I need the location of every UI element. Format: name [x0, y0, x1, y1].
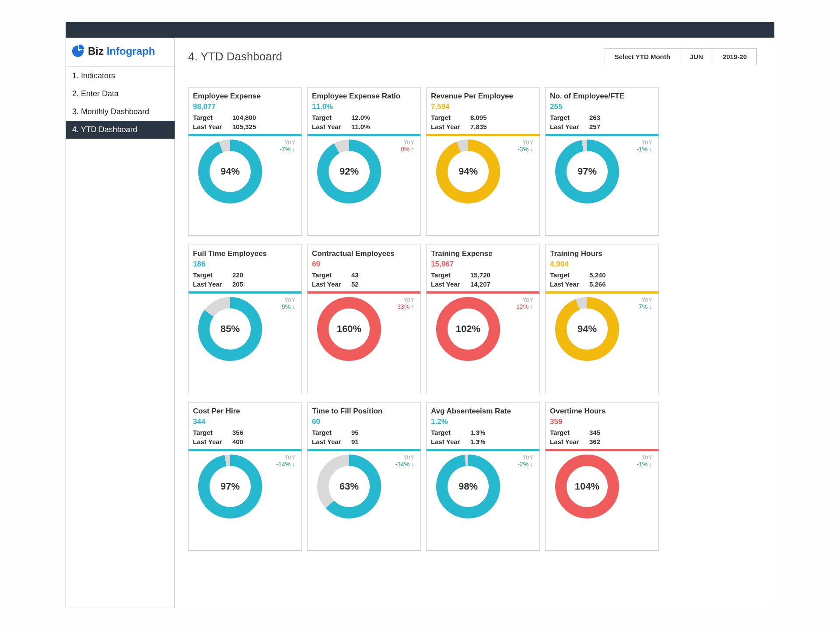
logo-text-biz: Biz — [88, 45, 107, 57]
yoy-box: YoY 33% ↑ — [397, 296, 414, 310]
donut-percent: 94% — [435, 139, 501, 204]
donut-percent: 97% — [554, 139, 620, 204]
kpi-value: 15,967 — [431, 260, 535, 269]
kpi-lastyear-row: Last Year 5,266 — [550, 280, 654, 288]
donut-wrap: 102% YoY 12% ↑ — [431, 296, 535, 362]
target-label: Target — [193, 429, 232, 436]
sidebar-item-0[interactable]: 1. Indicators — [66, 67, 175, 85]
lastyear-value: 257 — [589, 123, 600, 130]
kpi-title: Cost Per Hire — [193, 407, 297, 416]
donut-wrap: 94% YoY -7% ↓ — [550, 296, 654, 362]
kpi-title: Overtime Hours — [550, 407, 654, 416]
kpi-title: Employee Expense — [193, 92, 297, 101]
kpi-title: Contractual Employees — [312, 249, 416, 258]
lastyear-label: Last Year — [193, 280, 232, 288]
sidebar-item-3[interactable]: 4. YTD Dashboard — [66, 121, 175, 139]
lastyear-label: Last Year — [431, 123, 470, 130]
accent-bar — [189, 449, 301, 451]
yoy-box: YoY 12% ↑ — [516, 296, 533, 310]
yoy-label: YoY — [637, 139, 652, 146]
logo: Biz Infograph — [66, 38, 175, 67]
kpi-card: Training Expense 15,967 Target 15,720 La… — [426, 245, 540, 393]
lastyear-label: Last Year — [550, 280, 589, 288]
lastyear-value: 105,325 — [232, 123, 256, 130]
sidebar-item-2[interactable]: 3. Monthly Dashboard — [66, 103, 175, 121]
kpi-target-row: Target 95 — [312, 429, 416, 436]
kpi-card: Overtime Hours 359 Target 345 Last Year … — [545, 402, 659, 551]
kpi-target-row: Target 263 — [550, 114, 654, 121]
kpi-value: 255 — [550, 102, 654, 111]
kpi-target-row: Target 5,240 — [550, 271, 654, 279]
kpi-card: No. of Employee/FTE 255 Target 263 Last … — [545, 87, 659, 236]
kpi-card: Employee Expense Ratio 11.0% Target 12.0… — [307, 87, 421, 236]
donut-chart: 85% — [197, 296, 263, 362]
kpi-title: No. of Employee/FTE — [550, 92, 654, 101]
target-label: Target — [312, 271, 351, 279]
donut-wrap: 98% YoY -2% ↓ — [431, 454, 535, 519]
sidebar-item-1[interactable]: 2. Enter Data — [66, 85, 175, 103]
lastyear-value: 91 — [351, 438, 359, 445]
target-label: Target — [550, 271, 589, 279]
logo-text-info: Infograph — [107, 45, 155, 57]
kpi-title: Avg Absenteeism Rate — [431, 407, 535, 416]
kpi-value: 69 — [312, 260, 416, 269]
yoy-value: 0% ↑ — [401, 146, 414, 153]
yoy-value: -34% ↓ — [395, 461, 414, 468]
year-selector[interactable]: 2019-20 — [713, 49, 756, 65]
donut-percent: 160% — [316, 296, 382, 362]
kpi-value: 98,077 — [193, 102, 297, 111]
yoy-value: -9% ↓ — [280, 303, 295, 310]
kpi-target-row: Target 1.3% — [431, 429, 535, 436]
kpi-grid: Employee Expense 98,077 Target 104,800 L… — [188, 87, 757, 551]
target-value: 263 — [589, 114, 600, 121]
target-label: Target — [193, 114, 232, 121]
donut-percent: 97% — [197, 454, 263, 519]
page-header: 4. YTD Dashboard Select YTD Month JUN 20… — [188, 48, 757, 65]
accent-bar — [427, 134, 539, 136]
kpi-title: Training Expense — [431, 249, 535, 258]
target-label: Target — [431, 114, 470, 121]
kpi-value: 186 — [193, 260, 297, 269]
yoy-box: YoY -2% ↓ — [518, 454, 533, 468]
kpi-card: Cost Per Hire 344 Target 356 Last Year 4… — [188, 402, 302, 551]
kpi-lastyear-row: Last Year 257 — [550, 123, 654, 130]
logo-text: Biz Infograph — [88, 45, 155, 57]
target-value: 1.3% — [470, 429, 485, 436]
target-value: 104,800 — [232, 114, 256, 121]
target-label: Target — [431, 271, 470, 279]
donut-chart: 94% — [435, 139, 501, 204]
month-selector[interactable]: JUN — [680, 49, 713, 65]
kpi-lastyear-row: Last Year 205 — [193, 280, 297, 288]
kpi-lastyear-row: Last Year 91 — [312, 438, 416, 445]
donut-chart: 94% — [197, 139, 263, 204]
target-value: 356 — [232, 429, 243, 436]
kpi-lastyear-row: Last Year 7,835 — [431, 123, 535, 130]
lastyear-label: Last Year — [312, 438, 351, 445]
kpi-title: Employee Expense Ratio — [312, 92, 416, 101]
donut-chart: 160% — [316, 296, 382, 362]
kpi-lastyear-row: Last Year 362 — [550, 438, 654, 445]
target-value: 15,720 — [470, 271, 490, 279]
donut-chart: 94% — [554, 296, 620, 362]
lastyear-value: 52 — [351, 280, 359, 288]
kpi-target-row: Target 15,720 — [431, 271, 535, 279]
donut-wrap: 63% YoY -34% ↓ — [312, 454, 416, 519]
yoy-value: 33% ↑ — [397, 303, 414, 310]
yoy-label: YoY — [397, 296, 414, 303]
kpi-target-row: Target 8,095 — [431, 114, 535, 121]
yoy-value: -1% ↓ — [637, 146, 652, 153]
donut-chart: 97% — [197, 454, 263, 519]
lastyear-value: 205 — [232, 280, 243, 288]
kpi-card: Training Hours 4,904 Target 5,240 Last Y… — [545, 245, 659, 393]
kpi-lastyear-row: Last Year 11.0% — [312, 123, 416, 130]
kpi-value: 344 — [193, 417, 297, 426]
yoy-label: YoY — [395, 454, 414, 461]
kpi-value: 11.0% — [312, 102, 416, 111]
lastyear-label: Last Year — [193, 123, 232, 130]
top-bar — [66, 22, 774, 38]
donut-wrap: 104% YoY -1% ↓ — [550, 454, 654, 519]
accent-bar — [308, 449, 420, 451]
donut-percent: 85% — [197, 296, 263, 362]
kpi-target-row: Target 356 — [193, 429, 297, 436]
donut-percent: 94% — [197, 139, 263, 204]
